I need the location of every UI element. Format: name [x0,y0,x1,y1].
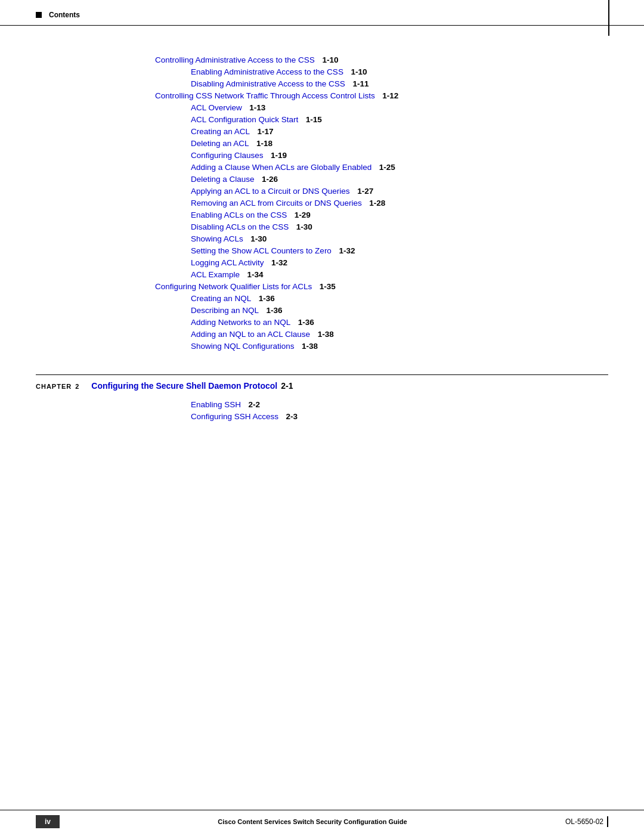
toc-num-logging-acl: 1-32 [267,258,288,267]
toc-text-logging-acl[interactable]: Logging ACL Activity [191,258,264,267]
chapter2-page-num: 2-1 [281,381,293,391]
toc-num-enabling-admin: 1-10 [346,67,367,76]
toc-num-creating-nql: 1-36 [254,294,275,303]
toc-text-acl-example[interactable]: ACL Example [191,270,240,279]
toc-entry-deleting-acl: Deleting an ACL 1-18 [36,139,608,148]
toc-num-disabling-acls: 1-30 [292,222,312,231]
toc-text-disabling-acls[interactable]: Disabling ACLs on the CSS [191,222,289,231]
toc-entry-controlling-admin: Controlling Administrative Access to the… [36,55,608,64]
toc-block: Controlling Administrative Access to the… [36,55,608,351]
footer-page-label: iv [36,815,60,828]
toc-entry-nql: Configuring Network Qualifier Lists for … [36,282,608,291]
toc-text-showing-acls[interactable]: Showing ACLs [191,234,243,243]
toc-entry-adding-clause: Adding a Clause When ACLs are Globally E… [36,163,608,172]
toc-text-creating-acl[interactable]: Creating an ACL [191,127,250,136]
footer-doc-num-text: OL-5650-02 [565,817,603,826]
toc-text-acl-overview[interactable]: ACL Overview [191,103,242,112]
header-square-icon [36,12,42,18]
toc-entry-adding-nql-acl: Adding an NQL to an ACL Clause 1-38 [36,330,608,339]
main-content: Controlling Administrative Access to the… [0,26,644,469]
toc-text-configuring-ssh[interactable]: Configuring SSH Access [191,412,278,421]
toc-text-controlling-css[interactable]: Controlling CSS Network Traffic Through … [155,91,375,100]
toc-num-configuring-clauses: 1-19 [267,151,287,160]
toc-entry-removing-acl: Removing an ACL from Circuits or DNS Que… [36,199,608,208]
toc-num-controlling-admin: 1-10 [318,55,339,64]
toc-text-controlling-admin[interactable]: Controlling Administrative Access to the… [155,55,315,64]
toc-text-disabling-admin[interactable]: Disabling Administrative Access to the C… [191,79,345,88]
toc-num-nql: 1-35 [315,282,336,291]
toc-text-enabling-ssh[interactable]: Enabling SSH [191,400,241,409]
toc-num-creating-acl: 1-17 [253,127,274,136]
toc-entry-acl-overview: ACL Overview 1-13 [36,103,608,112]
chapter-label: CHAPTER [36,383,72,390]
toc-text-configuring-clauses[interactable]: Configuring Clauses [191,151,264,160]
toc-text-setting-show[interactable]: Setting the Show ACL Counters to Zero [191,246,332,255]
toc-text-applying-acl[interactable]: Applying an ACL to a Circuit or DNS Quer… [191,187,350,196]
toc-entry-describing-nql: Describing an NQL 1-36 [36,306,608,315]
footer: iv Cisco Content Services Switch Securit… [0,810,644,833]
toc-text-removing-acl[interactable]: Removing an ACL from Circuits or DNS Que… [191,199,362,208]
toc-entry-acl-example: ACL Example 1-34 [36,270,608,279]
toc-entry-disabling-admin: Disabling Administrative Access to the C… [36,79,608,88]
toc-entry-enabling-ssh: Enabling SSH 2-2 [36,400,608,409]
toc-entry-showing-nql: Showing NQL Configurations 1-38 [36,342,608,351]
header-title: Contents [49,11,80,19]
toc-num-applying-acl: 1-27 [353,187,374,196]
chapter2-section: CHAPTER 2 Configuring the Secure Shell D… [36,374,608,421]
toc-text-adding-nql-acl[interactable]: Adding an NQL to an ACL Clause [191,330,310,339]
toc-text-adding-networks[interactable]: Adding Networks to an NQL [191,318,290,327]
toc-num-removing-acl: 1-28 [365,199,386,208]
toc-text-enabling-admin[interactable]: Enabling Administrative Access to the CS… [191,67,343,76]
toc-num-controlling-css: 1-12 [378,91,399,100]
toc-num-enabling-ssh: 2-2 [244,400,260,409]
toc-entry-configuring-ssh: Configuring SSH Access 2-3 [36,412,608,421]
footer-doc-num: OL-5650-02 [565,816,608,827]
toc-num-acl-quickstart: 1-15 [301,115,322,124]
chapter-num: 2 [75,383,79,390]
toc-text-deleting-clause[interactable]: Deleting a Clause [191,175,255,184]
toc-num-setting-show: 1-32 [335,246,355,255]
toc-text-enabling-acls[interactable]: Enabling ACLs on the CSS [191,210,287,219]
toc-entry-logging-acl: Logging ACL Activity 1-32 [36,258,608,267]
toc-num-deleting-acl: 1-18 [252,139,273,148]
footer-doc-title: Cisco Content Services Switch Security C… [60,818,565,825]
page-container: Contents Controlling Administrative Acce… [0,0,644,833]
toc-entry-acl-quickstart: ACL Configuration Quick Start 1-15 [36,115,608,124]
toc-text-creating-nql[interactable]: Creating an NQL [191,294,251,303]
toc-num-adding-networks: 1-36 [293,318,314,327]
toc-entry-showing-acls: Showing ACLs 1-30 [36,234,608,243]
toc-entry-controlling-css: Controlling CSS Network Traffic Through … [36,91,608,100]
toc-num-showing-acls: 1-30 [246,234,267,243]
toc-num-disabling-admin: 1-11 [348,79,369,88]
toc-entry-disabling-acls: Disabling ACLs on the CSS 1-30 [36,222,608,231]
toc-entry-enabling-acls: Enabling ACLs on the CSS 1-29 [36,210,608,219]
toc-num-describing-nql: 1-36 [262,306,283,315]
toc-num-showing-nql: 1-38 [298,342,318,351]
toc-entry-setting-show: Setting the Show ACL Counters to Zero 1-… [36,246,608,255]
toc-entry-enabling-admin: Enabling Administrative Access to the CS… [36,67,608,76]
toc-entry-creating-nql: Creating an NQL 1-36 [36,294,608,303]
toc-text-acl-quickstart[interactable]: ACL Configuration Quick Start [191,115,298,124]
chapter2-title[interactable]: Configuring the Secure Shell Daemon Prot… [91,381,277,391]
top-right-bar [608,0,609,36]
header-bar: Contents [0,0,644,26]
toc-text-describing-nql[interactable]: Describing an NQL [191,306,259,315]
toc-text-nql[interactable]: Configuring Network Qualifier Lists for … [155,282,312,291]
toc-entry-configuring-clauses: Configuring Clauses 1-19 [36,151,608,160]
toc-num-acl-example: 1-34 [243,270,264,279]
toc-num-adding-clause: 1-25 [374,163,395,172]
toc-entry-adding-networks: Adding Networks to an NQL 1-36 [36,318,608,327]
toc-entry-deleting-clause: Deleting a Clause 1-26 [36,175,608,184]
toc-text-showing-nql[interactable]: Showing NQL Configurations [191,342,295,351]
toc-entry-applying-acl: Applying an ACL to a Circuit or DNS Quer… [36,187,608,196]
toc-num-acl-overview: 1-13 [245,103,266,112]
toc-text-deleting-acl[interactable]: Deleting an ACL [191,139,249,148]
toc-num-adding-nql-acl: 1-38 [313,330,334,339]
toc-text-adding-clause[interactable]: Adding a Clause When ACLs are Globally E… [191,163,371,172]
toc-num-deleting-clause: 1-26 [258,175,278,184]
toc-entry-creating-acl: Creating an ACL 1-17 [36,127,608,136]
footer-right-bar [607,816,608,827]
toc-num-configuring-ssh: 2-3 [281,412,298,421]
toc-num-enabling-acls: 1-29 [290,210,311,219]
